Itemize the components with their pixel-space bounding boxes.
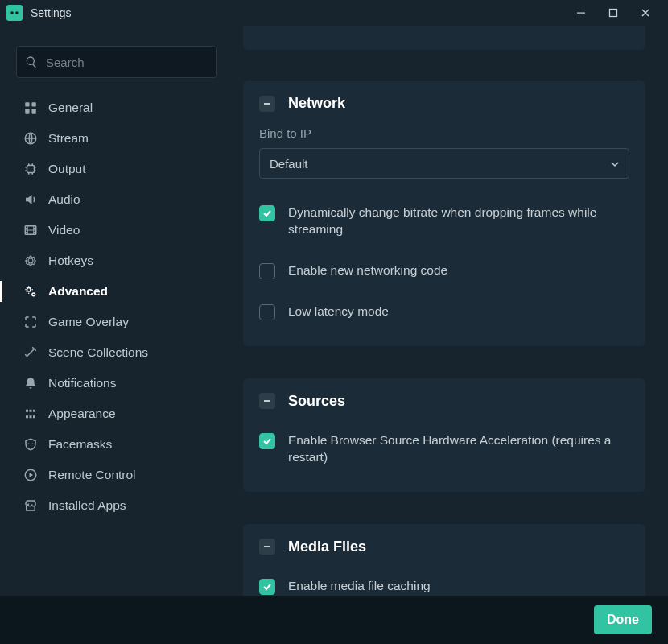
gear-icon bbox=[23, 253, 39, 269]
svg-rect-16 bbox=[26, 415, 28, 418]
svg-rect-18 bbox=[33, 415, 35, 418]
svg-rect-13 bbox=[26, 410, 28, 412]
maximize-button[interactable] bbox=[597, 0, 629, 26]
play-circle-icon bbox=[23, 467, 39, 483]
option-browser-hw-accel[interactable]: Enable Browser Source Hardware Accelerat… bbox=[259, 424, 629, 474]
check-icon bbox=[262, 436, 272, 446]
checkbox[interactable] bbox=[259, 263, 275, 279]
svg-rect-9 bbox=[27, 166, 35, 173]
checkbox[interactable] bbox=[259, 433, 275, 449]
minimize-button[interactable] bbox=[565, 0, 597, 26]
expand-icon bbox=[23, 314, 39, 330]
svg-rect-6 bbox=[25, 109, 29, 114]
bind-to-ip-label: Bind to IP bbox=[259, 126, 629, 140]
checkbox[interactable] bbox=[259, 579, 275, 595]
footer: Done bbox=[0, 596, 668, 644]
sidebar-item-label: Advanced bbox=[48, 284, 108, 299]
sidebar-item-label: Scene Collections bbox=[48, 345, 148, 360]
sidebar-item-remote-control[interactable]: Remote Control bbox=[0, 460, 225, 490]
sidebar-item-label: Game Overlay bbox=[48, 315, 129, 329]
sidebar-item-label: Notifications bbox=[48, 376, 116, 390]
film-icon bbox=[23, 222, 39, 238]
sidebar-item-label: Audio bbox=[48, 192, 80, 207]
checkbox-label: Enable new networking code bbox=[288, 262, 447, 279]
collapse-button[interactable] bbox=[259, 96, 275, 112]
globe-icon bbox=[23, 130, 39, 147]
check-icon bbox=[262, 208, 272, 218]
sidebar-item-output[interactable]: Output bbox=[0, 154, 225, 184]
sidebar-item-label: Remote Control bbox=[48, 468, 136, 482]
svg-point-1 bbox=[15, 11, 19, 14]
checkbox-label: Enable Browser Source Hardware Accelerat… bbox=[288, 432, 629, 466]
option-dynamic-bitrate[interactable]: Dynamically change bitrate when dropping… bbox=[259, 196, 629, 246]
sidebar-item-label: Installed Apps bbox=[48, 498, 126, 513]
sidebar-item-general[interactable]: General bbox=[0, 93, 225, 123]
sidebar-item-label: Video bbox=[48, 223, 80, 237]
window-title: Settings bbox=[31, 6, 72, 19]
minus-icon bbox=[263, 397, 271, 405]
sidebar-item-video[interactable]: Video bbox=[0, 215, 225, 246]
nav-list: General Stream Output Audio Video Hotkey… bbox=[0, 93, 225, 521]
sidebar-item-installed-apps[interactable]: Installed Apps bbox=[0, 490, 225, 521]
panel-media-files: Media Files Enable media file caching bbox=[243, 524, 645, 596]
svg-point-20 bbox=[32, 444, 34, 445]
search-icon bbox=[25, 56, 38, 68]
store-icon bbox=[23, 497, 39, 514]
svg-rect-22 bbox=[264, 103, 270, 105]
chevron-down-icon bbox=[611, 157, 619, 171]
sidebar-item-appearance[interactable]: Appearance bbox=[0, 398, 225, 429]
svg-rect-17 bbox=[30, 415, 32, 418]
minus-icon bbox=[263, 543, 271, 551]
sidebar-item-label: General bbox=[48, 101, 93, 115]
sidebar-item-game-overlay[interactable]: Game Overlay bbox=[0, 307, 225, 337]
sidebar-item-advanced[interactable]: Advanced bbox=[0, 276, 225, 307]
sidebar-item-label: Appearance bbox=[48, 407, 116, 421]
checkbox[interactable] bbox=[259, 304, 275, 320]
checkbox-label: Enable media file caching bbox=[288, 578, 431, 595]
titlebar: Settings bbox=[0, 0, 668, 26]
search-input-wrapper[interactable] bbox=[16, 46, 217, 78]
svg-rect-7 bbox=[32, 109, 36, 114]
option-media-cache[interactable]: Enable media file caching bbox=[259, 570, 629, 596]
svg-rect-3 bbox=[610, 10, 617, 17]
sidebar-item-notifications[interactable]: Notifications bbox=[0, 368, 225, 398]
shield-icon bbox=[23, 436, 39, 452]
svg-point-12 bbox=[32, 293, 35, 296]
checkbox-label: Low latency mode bbox=[288, 303, 389, 320]
svg-rect-15 bbox=[33, 410, 35, 412]
speaker-icon bbox=[23, 192, 39, 208]
bell-icon bbox=[23, 375, 39, 391]
svg-rect-5 bbox=[32, 102, 36, 106]
close-button[interactable] bbox=[629, 0, 662, 26]
panel-title: Media Files bbox=[288, 539, 366, 555]
svg-rect-4 bbox=[25, 102, 29, 106]
done-button[interactable]: Done bbox=[594, 605, 652, 634]
panel-network: Network Bind to IP Default Dynamically c… bbox=[243, 80, 645, 346]
option-low-latency[interactable]: Low latency mode bbox=[259, 295, 629, 328]
collapse-button[interactable] bbox=[259, 393, 275, 409]
wand-icon bbox=[23, 345, 39, 361]
content-area: Network Bind to IP Default Dynamically c… bbox=[225, 26, 668, 596]
search-input[interactable] bbox=[46, 56, 208, 69]
checkbox[interactable] bbox=[259, 205, 275, 221]
sidebar-item-scene-collections[interactable]: Scene Collections bbox=[0, 337, 225, 368]
sliders-icon bbox=[23, 406, 39, 422]
svg-point-0 bbox=[10, 11, 14, 14]
bind-to-ip-select[interactable]: Default bbox=[259, 148, 629, 179]
option-new-networking[interactable]: Enable new networking code bbox=[259, 254, 629, 287]
sidebar-item-audio[interactable]: Audio bbox=[0, 184, 225, 215]
select-value: Default bbox=[270, 157, 308, 171]
sidebar-item-label: Stream bbox=[48, 131, 89, 146]
collapse-button[interactable] bbox=[259, 539, 275, 555]
sidebar-item-stream[interactable]: Stream bbox=[0, 123, 225, 154]
panel-sources: Sources Enable Browser Source Hardware A… bbox=[243, 378, 645, 492]
gears-icon bbox=[23, 283, 39, 299]
sidebar: General Stream Output Audio Video Hotkey… bbox=[0, 26, 225, 596]
svg-rect-24 bbox=[264, 546, 270, 547]
sidebar-item-facemasks[interactable]: Facemasks bbox=[0, 429, 225, 460]
svg-point-19 bbox=[28, 444, 30, 445]
sidebar-item-hotkeys[interactable]: Hotkeys bbox=[0, 246, 225, 276]
svg-point-11 bbox=[27, 288, 31, 292]
chip-icon bbox=[23, 161, 39, 177]
sidebar-item-label: Facemasks bbox=[48, 437, 112, 452]
